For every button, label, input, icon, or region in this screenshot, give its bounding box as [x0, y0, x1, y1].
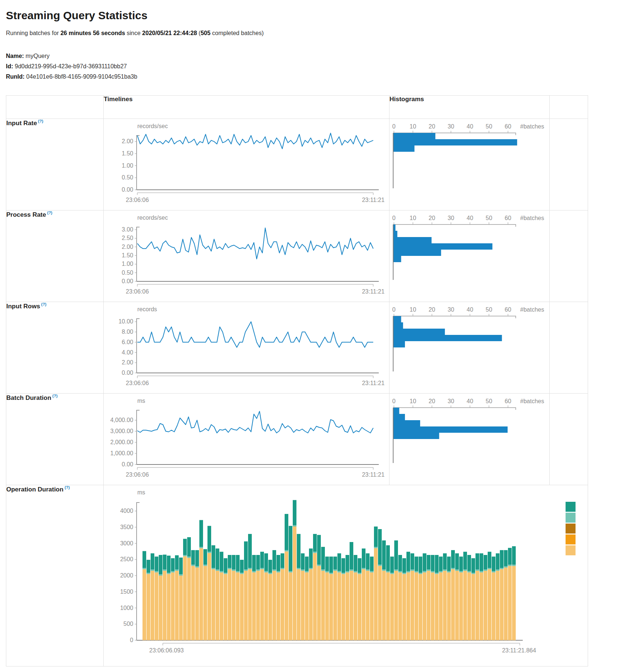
y-axis	[137, 136, 140, 190]
stacked-bar-top	[378, 529, 382, 565]
stacked-bar-mid	[272, 569, 276, 571]
process-rate-label-cell: Process Rate(?)	[6, 210, 104, 302]
stacked-bar-mid	[228, 568, 231, 569]
stacked-bar-mid	[147, 573, 150, 574]
stacked-bar-base	[467, 572, 471, 640]
x-axis-bracket	[163, 643, 520, 645]
stacked-bar-base	[423, 572, 426, 640]
input-rows-row: Input Rows(?) records10.008.006.004.002.…	[6, 302, 588, 394]
svg-text:4.00: 4.00	[122, 349, 133, 356]
batches-axis-label: #batches	[520, 398, 544, 404]
histogram-bar	[394, 250, 441, 256]
stacked-bar-top	[191, 550, 195, 565]
svg-text:3000: 3000	[120, 540, 133, 546]
timeline-series-line	[137, 133, 373, 149]
stacked-bar-top	[183, 539, 187, 555]
stacked-bar-top	[362, 549, 365, 568]
stacked-bar-mid	[390, 573, 394, 574]
stacked-bar-base	[195, 568, 199, 640]
stacked-bar-base	[220, 572, 223, 640]
stacked-bar-top	[159, 555, 162, 575]
stacked-bar-top	[305, 556, 309, 571]
stacked-bar-top	[500, 550, 504, 568]
help-icon[interactable]: (?)	[65, 485, 70, 490]
stacked-bar-top	[341, 558, 345, 573]
stacked-bar-mid	[297, 568, 301, 569]
batch-duration-row: Batch Duration(?) ms4,000.003,000.002,00…	[6, 394, 588, 485]
x-end-label: 23:11:21	[362, 472, 384, 478]
x-end-label: 23:11:21	[362, 288, 384, 295]
stacked-bar-base	[281, 569, 284, 641]
histogram-bar	[394, 341, 405, 347]
svg-text:3500: 3500	[120, 524, 133, 530]
stacked-bar-top	[463, 552, 467, 569]
stacked-bar-mid	[195, 566, 199, 568]
stacked-bar-mid	[293, 525, 296, 527]
svg-text:0: 0	[130, 637, 133, 643]
stacked-bar-top	[484, 555, 487, 569]
stacked-bar-base	[228, 569, 231, 641]
stacked-bar-top	[260, 552, 264, 568]
stacked-bar-top	[390, 556, 394, 573]
stacked-bar-top	[435, 555, 439, 573]
svg-text:20: 20	[429, 123, 435, 130]
stacked-bar-base	[159, 576, 162, 640]
stacked-bar-top	[480, 553, 483, 571]
stacked-bar-mid	[406, 571, 410, 573]
stacked-bar-mid	[207, 552, 211, 553]
stacked-bar-mid	[423, 571, 426, 573]
svg-text:1.00: 1.00	[122, 162, 133, 169]
histogram-bar	[394, 145, 415, 152]
stacked-bar-mid	[281, 568, 284, 569]
stacked-bar-mid	[366, 569, 370, 571]
stacked-bar-top	[224, 558, 227, 573]
x-start-label: 23:06:06	[126, 380, 149, 386]
stacked-bar-top	[281, 553, 284, 568]
help-icon[interactable]: (?)	[38, 119, 43, 123]
x-end-label: 23:11:21	[362, 380, 384, 386]
batches-axis-label: #batches	[520, 306, 544, 313]
stacked-bar-top	[402, 558, 406, 573]
stacked-bar-base	[252, 572, 256, 640]
stacked-bar-mid	[175, 569, 179, 571]
stacked-bar-top	[317, 535, 321, 565]
stacked-bar-mid	[277, 571, 280, 573]
stacked-bar-mid	[236, 571, 240, 573]
batch-duration-histogram-chart: 0102030405060#batches	[389, 394, 550, 485]
x-start-label: 23:06:06.093	[149, 647, 184, 654]
id-label: Id:	[6, 63, 13, 69]
svg-text:1500: 1500	[120, 589, 133, 595]
x-axis-bracket	[137, 193, 373, 195]
stacked-bar-base	[305, 572, 309, 640]
stacked-bar-top	[212, 545, 215, 568]
x-start-label: 23:06:06	[126, 197, 149, 203]
input-rate-histogram-chart: 0102030405060#batches	[389, 119, 550, 210]
stacked-bar-base	[256, 571, 260, 640]
stacked-bar-base	[435, 574, 439, 640]
help-icon[interactable]: (?)	[41, 302, 47, 306]
stacked-bar-top	[508, 548, 512, 565]
svg-text:30: 30	[448, 398, 454, 404]
svg-text:2,000.00: 2,000.00	[110, 439, 133, 445]
stacked-bar-mid	[475, 569, 479, 571]
help-icon[interactable]: (?)	[47, 210, 52, 215]
stacked-bar-base	[447, 572, 451, 640]
stacked-bar-base	[394, 571, 398, 640]
stacked-bar-top	[415, 556, 418, 571]
stacked-bar-base	[512, 566, 516, 640]
y-axis-unit-label: ms	[137, 398, 145, 404]
stacked-bar-base	[471, 574, 475, 640]
hist-x-axis	[393, 408, 516, 410]
stacked-bar-mid	[163, 569, 166, 571]
stacked-bar-base	[370, 572, 374, 640]
help-icon[interactable]: (?)	[52, 394, 58, 398]
stacked-bar-base	[390, 574, 394, 640]
stacked-bar-base	[475, 571, 479, 640]
svg-text:0: 0	[392, 398, 396, 404]
stacked-bar-mid	[155, 571, 158, 573]
stacked-bar-base	[285, 551, 288, 640]
stacked-bar-mid	[199, 547, 203, 548]
stacked-bar-base	[463, 571, 467, 640]
stacked-bar-mid	[341, 573, 345, 574]
stacked-bar-mid	[260, 568, 264, 569]
